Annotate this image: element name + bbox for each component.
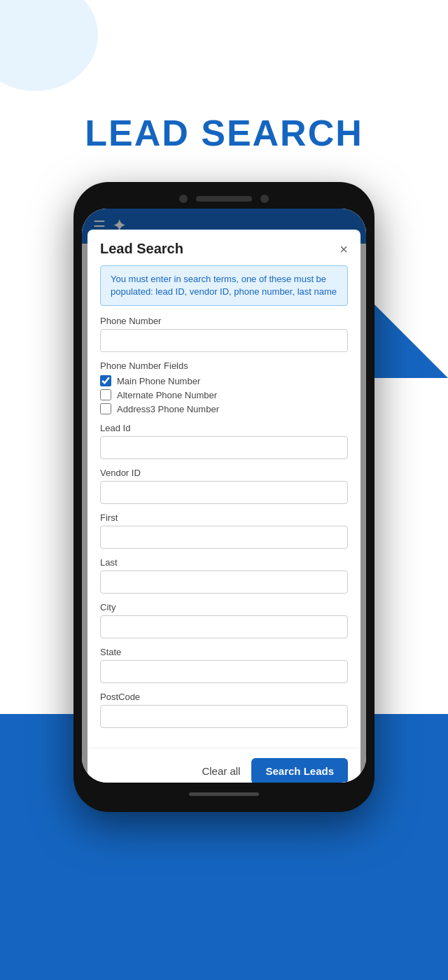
city-input[interactable] xyxy=(100,615,348,638)
city-label: City xyxy=(100,602,348,612)
app-screen: ☰ ✦ Hey Vin... No... Time S... xyxy=(82,209,366,783)
last-name-input[interactable] xyxy=(100,570,348,594)
modal-close-button[interactable]: × xyxy=(340,242,348,256)
first-name-label: First xyxy=(100,512,348,523)
alternate-phone-checkbox-item[interactable]: Alternate Phone Number xyxy=(100,389,348,400)
phone-top-bar xyxy=(82,195,366,203)
postcode-label: PostCode xyxy=(100,692,348,702)
alternate-phone-checkbox[interactable] xyxy=(100,389,111,400)
vendor-id-group: Vendor ID xyxy=(100,468,348,504)
phone-fields-label: Phone Number Fields xyxy=(100,360,348,371)
phone-number-label: Phone Number xyxy=(100,316,348,326)
main-phone-checkbox-item[interactable]: Main Phone Number xyxy=(100,375,348,386)
state-label: State xyxy=(100,647,348,657)
last-name-group: Last xyxy=(100,557,348,594)
address3-phone-checkbox[interactable] xyxy=(100,403,111,414)
bg-triangle-decoration xyxy=(364,294,448,378)
lead-search-modal: Lead Search × You must enter in search t… xyxy=(88,230,360,783)
vendor-id-label: Vendor ID xyxy=(100,468,348,478)
validation-alert: You must enter in search terms, one of t… xyxy=(100,265,348,306)
main-phone-label: Main Phone Number xyxy=(117,376,200,386)
first-name-input[interactable] xyxy=(100,526,348,549)
modal-title: Lead Search xyxy=(100,241,183,257)
phone-home-indicator xyxy=(189,792,259,796)
main-phone-checkbox[interactable] xyxy=(100,375,111,386)
phone-number-input[interactable] xyxy=(100,329,348,352)
lead-id-group: Lead Id xyxy=(100,423,348,459)
alternate-phone-label: Alternate Phone Number xyxy=(117,390,217,400)
phone-bottom-bar xyxy=(82,788,366,799)
address3-phone-label: Address3 Phone Number xyxy=(117,404,219,414)
clear-all-button[interactable]: Clear all xyxy=(202,765,240,777)
phone-mockup: ☰ ✦ Hey Vin... No... Time S... xyxy=(74,182,374,812)
city-group: City xyxy=(100,602,348,638)
lead-id-input[interactable] xyxy=(100,436,348,459)
phone-screen: ☰ ✦ Hey Vin... No... Time S... xyxy=(82,209,366,783)
search-leads-button[interactable]: Search Leads xyxy=(251,758,348,783)
vendor-id-input[interactable] xyxy=(100,481,348,504)
phone-fields-group: Phone Number Fields Main Phone Number Al… xyxy=(100,360,348,414)
last-name-label: Last xyxy=(100,557,348,568)
postcode-input[interactable] xyxy=(100,705,348,728)
address3-phone-checkbox-item[interactable]: Address3 Phone Number xyxy=(100,403,348,414)
page-title: LEAD SEARCH xyxy=(0,0,448,182)
state-input[interactable] xyxy=(100,660,348,683)
first-name-group: First xyxy=(100,512,348,549)
postcode-group: PostCode xyxy=(100,692,348,728)
phone-speaker xyxy=(196,196,252,202)
phone-camera-right xyxy=(260,195,269,203)
modal-header: Lead Search × xyxy=(88,230,360,265)
lead-id-label: Lead Id xyxy=(100,423,348,433)
state-group: State xyxy=(100,647,348,683)
phone-camera xyxy=(179,195,188,203)
phone-number-group: Phone Number xyxy=(100,316,348,352)
modal-footer: Clear all Search Leads xyxy=(88,748,360,783)
lead-search-form: Phone Number Phone Number Fields Main Ph… xyxy=(88,316,360,748)
